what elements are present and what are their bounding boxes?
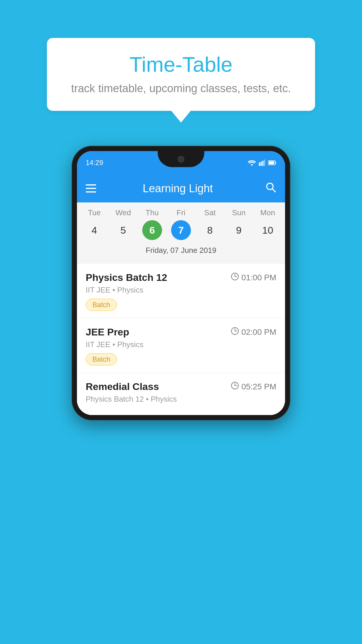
schedule-item[interactable]: JEE Prep 02:00 PMIIT JEE • PhysicsBatch (77, 318, 285, 373)
schedule-meta: IIT JEE • Physics (86, 286, 276, 295)
schedule-item-header: Physics Batch 12 01:00 PM (86, 272, 276, 283)
day-col[interactable]: Thu6 (139, 208, 165, 240)
day-number[interactable]: 5 (113, 220, 133, 240)
schedule-time: 05:25 PM (231, 382, 276, 392)
schedule-time: 02:00 PM (231, 327, 276, 337)
day-col[interactable]: Tue4 (81, 208, 108, 240)
status-icons (248, 160, 276, 166)
day-number[interactable]: 7 (171, 220, 191, 240)
clock-icon (231, 327, 239, 337)
day-col[interactable]: Mon10 (254, 208, 281, 240)
schedule-time: 01:00 PM (231, 272, 276, 283)
day-name: Thu (145, 208, 159, 217)
wifi-icon (248, 160, 256, 166)
phone-frame: 14:29 (72, 146, 290, 420)
clock-icon (231, 382, 239, 392)
day-name: Mon (260, 208, 275, 217)
battery-icon (268, 160, 276, 165)
day-col[interactable]: Sun9 (226, 208, 252, 240)
day-col[interactable]: Wed5 (110, 208, 136, 240)
batch-badge: Batch (86, 353, 117, 365)
phone-mockup: 14:29 (72, 146, 290, 420)
svg-rect-6 (269, 161, 274, 164)
svg-rect-3 (264, 160, 265, 166)
svg-line-8 (272, 189, 275, 192)
day-name: Sun (232, 208, 245, 217)
search-icon[interactable] (265, 182, 276, 195)
selected-date-label: Friday, 07 June 2019 (80, 243, 282, 259)
day-number[interactable]: 8 (200, 220, 220, 240)
schedule-item[interactable]: Physics Batch 12 01:00 PMIIT JEE • Physi… (77, 264, 285, 318)
schedule-item[interactable]: Remedial Class 05:25 PMPhysics Batch 12 … (77, 373, 285, 415)
svg-rect-1 (261, 162, 262, 166)
camera (178, 156, 184, 162)
svg-rect-2 (262, 161, 263, 166)
days-row: Tue4Wed5Thu6Fri7Sat8Sun9Mon10 (80, 208, 282, 240)
schedule-title: Physics Batch 12 (86, 272, 167, 283)
notch (158, 151, 204, 167)
hamburger-icon[interactable] (86, 184, 96, 192)
svg-rect-5 (275, 162, 276, 164)
schedule-title: Remedial Class (86, 381, 159, 392)
schedule-meta: IIT JEE • Physics (86, 340, 276, 349)
app-bar: Learning Light (77, 174, 285, 202)
page-title: Time-Table (64, 52, 298, 76)
day-col[interactable]: Sat8 (197, 208, 223, 240)
signal-icon (259, 160, 265, 166)
svg-rect-0 (259, 162, 260, 166)
day-col[interactable]: Fri7 (168, 208, 194, 240)
schedule-meta: Physics Batch 12 • Physics (86, 395, 276, 404)
calendar-strip: Tue4Wed5Thu6Fri7Sat8Sun9Mon10 Friday, 07… (77, 202, 285, 264)
day-number[interactable]: 9 (229, 220, 249, 240)
day-name: Tue (88, 208, 101, 217)
day-name: Sat (204, 208, 216, 217)
day-number[interactable]: 10 (258, 220, 277, 240)
schedule-title: JEE Prep (86, 326, 129, 338)
day-number[interactable]: 4 (85, 220, 104, 240)
schedule-item-header: Remedial Class 05:25 PM (86, 381, 276, 392)
day-number[interactable]: 6 (142, 220, 162, 240)
day-name: Fri (177, 208, 185, 217)
app-title: Learning Light (105, 182, 251, 195)
clock-icon (231, 272, 239, 283)
phone-screen: 14:29 (77, 151, 285, 415)
speech-bubble: Time-Table track timetable, upcoming cla… (47, 38, 315, 111)
status-time: 14:29 (86, 159, 103, 167)
schedule-item-header: JEE Prep 02:00 PM (86, 326, 276, 338)
batch-badge: Batch (86, 299, 117, 311)
day-name: Wed (115, 208, 131, 217)
schedule-list: Physics Batch 12 01:00 PMIIT JEE • Physi… (77, 264, 285, 415)
page-subtitle: track timetable, upcoming classes, tests… (64, 82, 298, 95)
status-bar: 14:29 (77, 151, 285, 174)
